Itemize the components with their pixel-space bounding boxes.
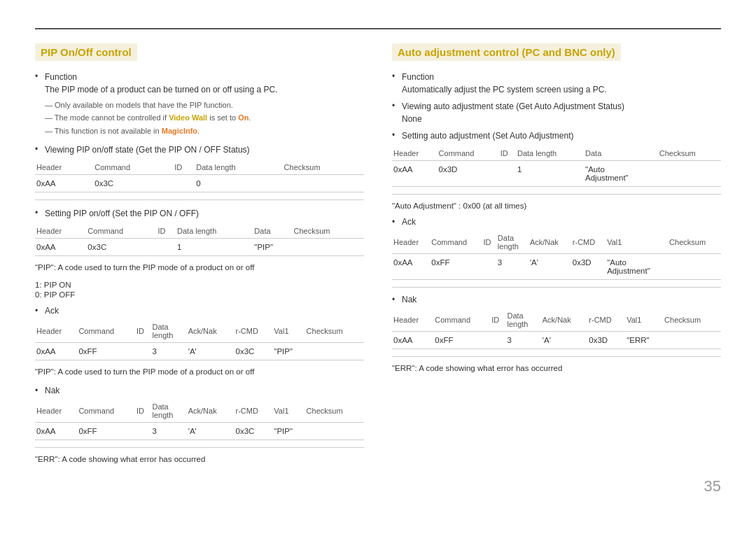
note-2: — The mode cannot be controlled if Video… bbox=[45, 113, 364, 123]
setting-auto-label: Setting auto adjustment (Set Auto Adjust… bbox=[402, 129, 573, 142]
bullet-dot-r1: • bbox=[392, 71, 402, 81]
viewing-auto-bullet: • Viewing auto adjustment state (Get Aut… bbox=[392, 100, 721, 125]
td-command: 0xFF bbox=[430, 254, 482, 280]
th-datalength: Datalength bbox=[506, 309, 541, 332]
note-3: — This function is not available in Magi… bbox=[45, 126, 364, 136]
page-layout: PIP On/Off control • Function The PIP mo… bbox=[35, 43, 721, 463]
td-header: 0xAA bbox=[35, 175, 93, 192]
th-datalength: Data length bbox=[176, 224, 253, 239]
td-id bbox=[157, 239, 176, 256]
td-datalength: 3 bbox=[506, 332, 541, 349]
nak-bullet: • Nak bbox=[35, 386, 364, 395]
td-checksum bbox=[658, 161, 721, 187]
table-row: 0xAA 0xFF 3 'A' 0x3D "AutoAdjustment" bbox=[392, 254, 721, 280]
viewing-auto-value: None bbox=[402, 114, 422, 124]
note-3-highlight: MagicInfo bbox=[162, 127, 197, 135]
th-checksum: Checksum bbox=[293, 224, 364, 239]
bullet-dot-r3: • bbox=[392, 130, 402, 140]
right-column: Auto adjustment control (PC and BNC only… bbox=[392, 43, 721, 463]
divider-r3 bbox=[392, 356, 721, 357]
th-id: ID bbox=[173, 160, 195, 175]
td-acknak: 'A' bbox=[187, 343, 234, 360]
setting-pip-bullet: • Setting PIP on/off (Set the PIP ON / O… bbox=[35, 207, 364, 220]
th-command: Command bbox=[93, 160, 173, 175]
th-command: Command bbox=[86, 224, 156, 239]
td-rcmd: 0x3C bbox=[234, 422, 272, 440]
pip-desc2: 1: PIP ON bbox=[35, 281, 364, 289]
td-val1: "PIP" bbox=[272, 343, 304, 360]
table-row: 0xAA 0x3D 1 "AutoAdjustment" bbox=[392, 161, 721, 187]
th-header: Header bbox=[35, 160, 93, 175]
function-desc: The PIP mode of a product can be turned … bbox=[45, 85, 277, 94]
th-acknak: Ack/Nak bbox=[528, 231, 571, 254]
divider-r1 bbox=[392, 194, 721, 195]
td-command: 0x3D bbox=[438, 161, 499, 187]
viewing-pip-label: Viewing PIP on/off state (Get the PIP ON… bbox=[45, 143, 250, 156]
th-val1: Val1 bbox=[606, 231, 668, 254]
nak-bullet-right: • Nak bbox=[392, 295, 721, 304]
th-header: Header bbox=[392, 146, 438, 161]
th-command: Command bbox=[77, 320, 135, 343]
th-datalength: Data length bbox=[516, 146, 584, 161]
td-datalength: 3 bbox=[151, 422, 187, 440]
note-2-highlight2: On bbox=[238, 113, 248, 122]
table-row: 0xAA 0x3C 1 "PIP" bbox=[35, 239, 364, 256]
ack-dot: • bbox=[35, 306, 45, 316]
left-column: PIP On/Off control • Function The PIP mo… bbox=[35, 43, 364, 463]
page-number: 35 bbox=[35, 477, 721, 496]
th-data: Data bbox=[584, 146, 658, 161]
td-data: "AutoAdjustment" bbox=[584, 161, 658, 187]
nak-dot-right: • bbox=[392, 295, 402, 304]
th-rcmd: r-CMD bbox=[587, 309, 625, 332]
note-1: Only available on models that have the P… bbox=[45, 100, 364, 111]
td-header: 0xAA bbox=[35, 239, 86, 256]
th-val1: Val1 bbox=[625, 309, 663, 332]
td-rcmd: 0x3D bbox=[587, 332, 625, 349]
table-nak-right: Header Command ID Datalength Ack/Nak r-C… bbox=[392, 309, 721, 349]
th-command: Command bbox=[433, 309, 490, 332]
top-divider-left bbox=[35, 28, 721, 29]
td-id bbox=[135, 422, 151, 440]
td-checksum bbox=[283, 175, 364, 192]
td-header: 0xAA bbox=[392, 254, 430, 280]
th-datalength: Datalength bbox=[151, 320, 187, 343]
th-rcmd: r-CMD bbox=[234, 400, 272, 423]
th-command: Command bbox=[438, 146, 499, 161]
left-section-title: PIP On/Off control bbox=[35, 43, 137, 61]
td-id bbox=[173, 175, 195, 192]
th-command: Command bbox=[77, 400, 135, 423]
th-id: ID bbox=[490, 309, 505, 332]
th-header: Header bbox=[392, 231, 430, 254]
th-rcmd: r-CMD bbox=[571, 231, 606, 254]
th-datalength: Data length bbox=[195, 160, 282, 175]
td-val1: "ERR" bbox=[625, 332, 663, 349]
right-section-title: Auto adjustment control (PC and BNC only… bbox=[392, 43, 621, 61]
ack-bullet: • Ack bbox=[35, 306, 364, 316]
bullet-dot-r2: • bbox=[392, 101, 402, 111]
viewing-auto-label: Viewing auto adjustment state (Get Auto … bbox=[402, 101, 624, 111]
bullet-dot: • bbox=[35, 71, 45, 81]
table-setting-pip: Header Command ID Data length Data Check… bbox=[35, 224, 364, 256]
table-viewing-pip: Header Command ID Data length Checksum 0… bbox=[35, 160, 364, 192]
pip-desc3: 0: PIP OFF bbox=[35, 290, 364, 299]
td-header: 0xAA bbox=[392, 161, 438, 187]
td-datalength: 0 bbox=[195, 175, 282, 192]
td-command: 0x3C bbox=[86, 239, 156, 256]
th-checksum: Checksum bbox=[283, 160, 364, 175]
td-acknak: 'A' bbox=[541, 332, 588, 349]
err-label-left: "ERR": A code showing what error has occ… bbox=[35, 455, 364, 463]
td-acknak: 'A' bbox=[187, 422, 234, 440]
td-id bbox=[482, 254, 496, 280]
th-acknak: Ack/Nak bbox=[187, 400, 234, 423]
th-id: ID bbox=[482, 231, 496, 254]
table-ack: Header Command ID Datalength Ack/Nak r-C… bbox=[35, 320, 364, 360]
td-datalength: 3 bbox=[151, 343, 187, 360]
th-val1: Val1 bbox=[272, 320, 304, 343]
divider-r2 bbox=[392, 287, 721, 288]
th-id: ID bbox=[499, 146, 516, 161]
td-header: 0xAA bbox=[35, 343, 77, 360]
bullet-dot-2: • bbox=[35, 144, 45, 154]
table-nak: Header Command ID Datalength Ack/Nak r-C… bbox=[35, 400, 364, 440]
err-label-right: "ERR": A code showing what error has occ… bbox=[392, 364, 721, 372]
auto-note: "Auto Adjustment" : 0x00 (at all times) bbox=[392, 202, 721, 210]
